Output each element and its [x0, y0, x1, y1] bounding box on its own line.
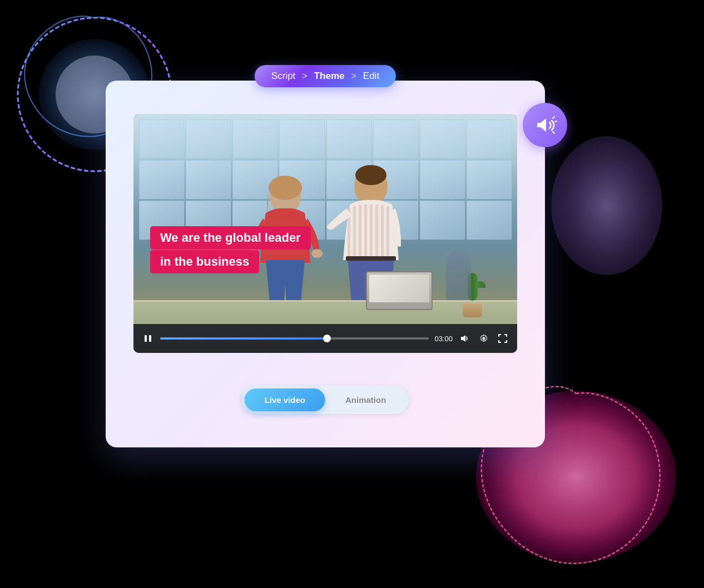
svg-rect-17 — [364, 205, 367, 260]
window-pane — [420, 119, 465, 158]
svg-rect-22 — [346, 256, 396, 261]
animation-tab[interactable]: Animation — [325, 388, 406, 411]
settings-icon — [479, 334, 488, 343]
breadcrumb-script[interactable]: Script — [271, 71, 295, 82]
caption-line1: We are the global leader — [150, 226, 311, 250]
volume-button[interactable] — [458, 332, 472, 345]
progress-track[interactable] — [160, 337, 429, 340]
settings-button[interactable] — [477, 332, 490, 345]
svg-rect-20 — [381, 205, 384, 260]
window-pane — [467, 119, 512, 158]
breadcrumb-edit[interactable]: Edit — [363, 71, 379, 82]
breadcrumb-sep-1: > — [302, 71, 307, 81]
svg-rect-15 — [353, 206, 356, 260]
laptop-screen — [369, 275, 429, 302]
background-person — [470, 245, 498, 300]
window-pane — [326, 119, 371, 158]
background-person-2 — [446, 250, 471, 300]
megaphone-icon — [533, 113, 557, 137]
progress-thumb[interactable] — [323, 335, 331, 342]
window-pane — [186, 160, 231, 199]
main-card: Script > Theme > Edit — [106, 81, 545, 447]
tab-buttons: Live video Animation — [242, 386, 409, 414]
live-video-tab[interactable]: Live video — [245, 388, 325, 411]
window-pane — [279, 119, 324, 158]
svg-point-9 — [269, 176, 302, 200]
breadcrumb-sep-2: > — [351, 71, 356, 81]
svg-marker-25 — [461, 335, 465, 342]
pause-icon — [143, 334, 152, 343]
breadcrumb-theme[interactable]: Theme — [314, 71, 345, 82]
svg-line-6 — [555, 121, 557, 122]
svg-point-26 — [483, 337, 485, 340]
cactus-pot — [463, 303, 482, 317]
caption-line2: in the business — [150, 250, 259, 273]
fullscreen-icon — [498, 334, 507, 343]
svg-point-13 — [355, 165, 386, 185]
volume-icon — [460, 334, 470, 343]
svg-line-5 — [553, 117, 554, 118]
video-player: We are the global leader in the business — [133, 114, 517, 353]
svg-rect-19 — [375, 205, 378, 260]
pause-button[interactable] — [141, 332, 155, 345]
svg-line-7 — [553, 132, 554, 133]
window-pane — [373, 119, 418, 158]
progress-fill — [160, 337, 327, 340]
svg-rect-16 — [359, 205, 361, 260]
deco-blob-rightmiddle — [543, 128, 671, 283]
svg-rect-21 — [386, 206, 389, 260]
window-pane — [467, 201, 512, 240]
svg-rect-18 — [370, 205, 373, 260]
breadcrumb: Script > Theme > Edit — [255, 65, 396, 87]
time-display: 03:00 — [434, 335, 453, 343]
window-pane — [186, 119, 231, 158]
window-pane — [467, 160, 512, 199]
svg-rect-23 — [145, 335, 147, 342]
window-pane — [139, 119, 184, 158]
window-pane — [139, 160, 184, 199]
megaphone-badge — [523, 103, 567, 147]
svg-point-4 — [551, 136, 662, 275]
video-controls: 03:00 — [133, 324, 517, 353]
fullscreen-button[interactable] — [496, 332, 509, 345]
scene: Script > Theme > Edit — [0, 0, 704, 588]
window-pane — [232, 119, 277, 158]
svg-rect-24 — [149, 335, 151, 342]
laptop — [366, 271, 433, 310]
